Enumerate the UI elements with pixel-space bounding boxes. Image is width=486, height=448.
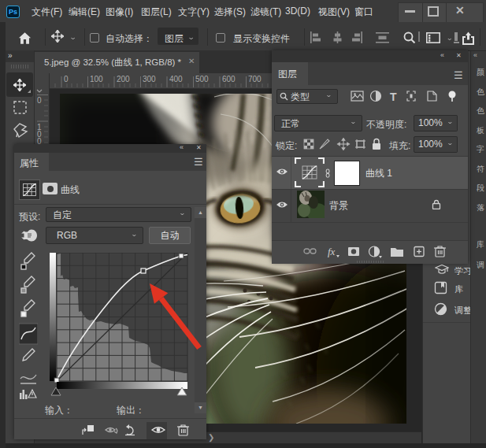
svg-text:500: 500 bbox=[195, 75, 209, 83]
svg-text:0: 0 bbox=[64, 75, 69, 83]
svg-text:600: 600 bbox=[222, 75, 236, 83]
svg-text:fx: fx bbox=[328, 246, 336, 257]
svg-text:200: 200 bbox=[117, 75, 130, 83]
svg-text:100: 100 bbox=[90, 75, 103, 83]
svg-text:300: 300 bbox=[143, 75, 156, 83]
svg-text:T: T bbox=[390, 91, 397, 103]
svg-text:0: 0 bbox=[37, 96, 42, 105]
svg-text:400: 400 bbox=[169, 75, 183, 83]
svg-text:700: 700 bbox=[248, 75, 262, 83]
svg-text:0: 0 bbox=[37, 137, 42, 144]
